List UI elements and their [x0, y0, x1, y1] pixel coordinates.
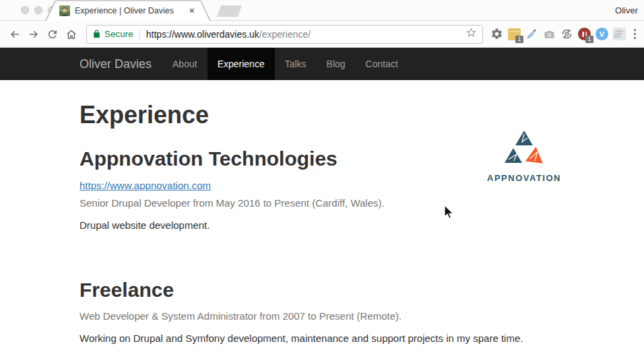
new-tab-button[interactable] — [217, 5, 242, 17]
nav-item-experience[interactable]: Experience — [207, 48, 275, 80]
secure-label: Secure — [104, 29, 133, 39]
session-sync-icon — [560, 28, 573, 40]
forward-button[interactable] — [26, 26, 42, 42]
tab-favicon-icon — [59, 5, 70, 16]
layers-icon — [613, 28, 626, 40]
extensions-row: 1 1 V — [488, 26, 639, 43]
extension-badge: 1 — [515, 36, 523, 43]
section-freelance: Freelance Web Developer & System Adminis… — [79, 279, 565, 352]
nav-item-talks[interactable]: Talks — [275, 48, 317, 80]
address-bar[interactable]: Secure https://www.oliverdavies.uk/exper… — [86, 25, 483, 44]
extension-camera-button[interactable] — [541, 26, 558, 43]
section-paragraph: Drupal website development. — [79, 218, 484, 233]
forward-arrow-icon — [28, 28, 40, 40]
bookmark-star-button[interactable] — [465, 27, 477, 41]
extension-notes-button[interactable]: 1 — [506, 26, 523, 43]
minimize-window-button[interactable] — [34, 6, 42, 14]
close-window-button[interactable] — [21, 6, 29, 14]
company-link[interactable]: https://www.appnovation.com — [79, 180, 211, 191]
appnovation-wordmark: APPNOVATION — [484, 173, 565, 183]
browser-toolbar: Secure https://www.oliverdavies.uk/exper… — [0, 21, 644, 48]
vimium-icon: V — [595, 28, 608, 40]
extension-eyedropper-button[interactable] — [523, 26, 541, 43]
appnovation-triangles-icon — [502, 130, 546, 169]
section-heading: Appnovation Technologies — [79, 147, 484, 171]
extension-session-sync-button[interactable] — [558, 26, 576, 43]
browser-tab[interactable]: Experience | Oliver Davies × — [44, 0, 213, 21]
role-text: Senior Drupal Developer from May 2016 to… — [79, 197, 484, 209]
omnibox-divider — [139, 29, 140, 40]
profile-name[interactable]: Oliver — [615, 5, 638, 15]
browser-menu-button[interactable] — [634, 29, 637, 40]
url-path: /experience/ — [259, 29, 311, 40]
back-arrow-icon — [9, 28, 21, 40]
tab-title: Experience | Oliver Davies — [75, 6, 187, 15]
tab-close-icon[interactable]: × — [189, 6, 195, 15]
tab-strip: Experience | Oliver Davies × Oliver — [0, 0, 644, 21]
eyedropper-icon — [525, 28, 538, 40]
security-chip[interactable]: Secure — [92, 29, 133, 39]
nav-item-contact[interactable]: Contact — [356, 48, 408, 80]
star-icon — [465, 27, 477, 38]
back-button[interactable] — [7, 26, 23, 42]
appnovation-logo: APPNOVATION — [484, 130, 565, 183]
reload-icon — [46, 28, 59, 40]
site-navbar: Oliver Davies About Experience Talks Blo… — [0, 48, 644, 80]
extension-badge: 1 — [585, 36, 593, 43]
reload-button[interactable] — [44, 26, 61, 42]
page-title: Experience — [79, 101, 565, 129]
site-brand[interactable]: Oliver Davies — [79, 48, 162, 80]
nav-item-about[interactable]: About — [162, 48, 207, 80]
url-origin: https://www.oliverdavies.uk — [146, 29, 259, 40]
page-content: Experience Appnovation Technologies http… — [79, 101, 565, 352]
role-text: Web Developer & System Administrator fro… — [79, 310, 565, 322]
nav-item-blog[interactable]: Blog — [317, 48, 356, 80]
camera-icon — [543, 28, 556, 40]
section-heading: Freelance — [79, 279, 565, 302]
extension-vimium-button[interactable]: V — [593, 26, 611, 43]
home-button[interactable] — [63, 26, 79, 42]
url-text[interactable]: https://www.oliverdavies.uk/experience/ — [146, 29, 461, 40]
gear-icon — [490, 28, 503, 40]
home-icon — [65, 28, 77, 40]
extension-recorder-button[interactable]: 1 — [576, 26, 593, 43]
section-appnovation: Appnovation Technologies https://www.app… — [79, 129, 565, 240]
extension-gear-button[interactable] — [488, 26, 506, 43]
extension-layers-button[interactable] — [611, 26, 629, 43]
mouse-cursor — [442, 204, 455, 220]
browser-window: Experience | Oliver Davies × Oliver Secu… — [0, 0, 644, 352]
lock-icon — [92, 30, 101, 38]
section-paragraph: Working on Drupal and Symfony developmen… — [79, 331, 565, 346]
